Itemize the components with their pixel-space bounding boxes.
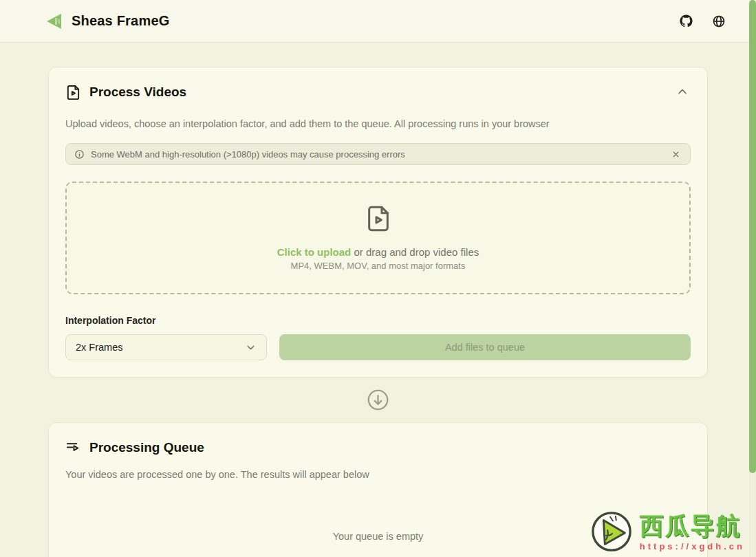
brand: Sheas FrameG (44, 11, 169, 32)
logo-play-icon (44, 11, 65, 32)
chevron-down-icon (245, 342, 257, 353)
file-video-icon (65, 85, 81, 100)
processing-queue-title: Processing Queue (89, 440, 204, 455)
warning-banner-text: Some WebM and high-resolution (>1080p) v… (91, 149, 664, 160)
process-videos-description: Upload videos, choose an interpolation f… (65, 117, 691, 131)
dropzone-caption: Click to upload or drag and drop video f… (277, 246, 479, 258)
dropzone-formats: MP4, WEBM, MOV, and most major formats (291, 261, 466, 271)
list-video-icon (65, 439, 81, 455)
upload-dropzone[interactable]: Click to upload or drag and drop video f… (65, 182, 691, 294)
globe-icon[interactable] (711, 13, 727, 30)
interpolation-select[interactable]: 2x Frames (65, 334, 267, 360)
watermark: 西瓜导航 https://xgdh.cn (590, 510, 745, 553)
watermark-name: 西瓜导航 (640, 512, 742, 540)
interpolation-factor-label: Interpolation Factor (65, 315, 691, 326)
scrollbar-thumb[interactable] (749, 0, 756, 473)
file-video-icon (365, 205, 392, 235)
process-videos-title: Process Videos (89, 85, 186, 100)
github-icon[interactable] (678, 13, 694, 29)
app-header: Sheas FrameG (0, 0, 756, 43)
close-icon[interactable] (670, 149, 682, 160)
scrollbar-track[interactable] (749, 0, 756, 557)
process-videos-card: Process Videos Upload videos, choose an … (48, 67, 708, 378)
watermark-url[interactable]: https://xgdh.cn (640, 541, 745, 551)
add-files-button[interactable]: Add files to queue (279, 334, 691, 360)
main-content: Process Videos Upload videos, choose an … (48, 43, 708, 557)
processing-queue-description: Your videos are processed one by one. Th… (65, 468, 691, 481)
interpolation-selected-value: 2x Frames (76, 342, 123, 353)
info-icon (74, 149, 85, 160)
dropzone-caption-rest: or drag and drop video files (351, 246, 479, 258)
chevron-up-icon[interactable] (674, 84, 691, 100)
watermelon-play-icon (590, 510, 633, 553)
click-to-upload-link[interactable]: Click to upload (277, 246, 352, 258)
warning-banner: Some WebM and high-resolution (>1080p) v… (65, 143, 691, 165)
app-title: Sheas FrameG (72, 13, 169, 29)
arrow-down-circle-icon (48, 378, 708, 422)
